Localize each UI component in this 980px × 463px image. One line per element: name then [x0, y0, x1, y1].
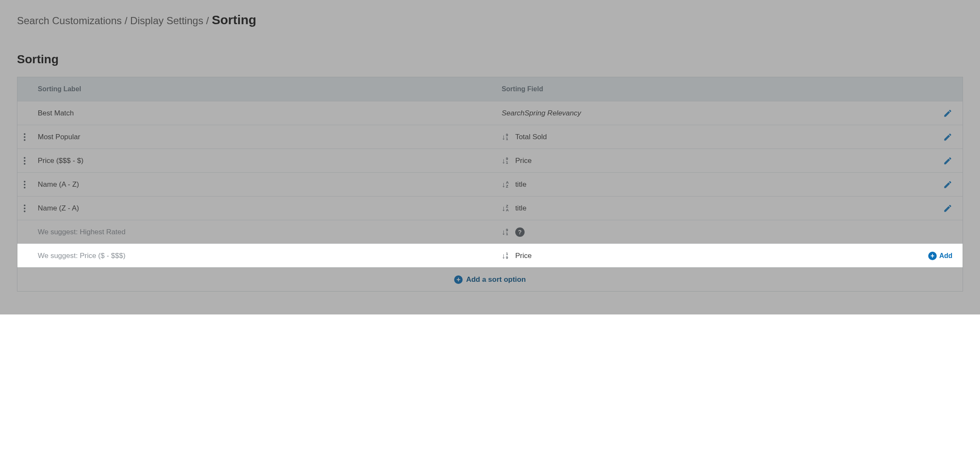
drag-handle-icon[interactable] [24, 181, 25, 188]
sort-direction-icon: ↓91 [502, 228, 511, 236]
table-row: Price ($$$ - $)↓91Price [17, 149, 963, 172]
table-header-row: Sorting Label Sorting Field [17, 77, 963, 101]
sort-direction-icon: ↓91 [502, 157, 511, 165]
edit-icon[interactable] [943, 204, 952, 213]
table-row: We suggest: Price ($ - $$$)↓19Price+Add [17, 244, 963, 267]
sorting-field: title [515, 180, 526, 189]
sorting-label: We suggest: Price ($ - $$$) [38, 252, 126, 260]
edit-icon[interactable] [943, 156, 952, 166]
edit-icon[interactable] [943, 109, 952, 118]
col-header-field: Sorting Field [502, 85, 924, 93]
sorting-label: Name (Z - A) [38, 204, 79, 213]
sorting-field: Total Sold [515, 133, 547, 141]
sorting-label: Name (A - Z) [38, 180, 79, 189]
table-row: Most Popular↓91Total Sold [17, 125, 963, 149]
add-label: Add [939, 252, 952, 260]
plus-circle-icon: + [454, 275, 463, 284]
table-row: Best MatchSearchSpring Relevancy [17, 101, 963, 125]
add-sort-option-label: Add a sort option [466, 275, 526, 284]
page-title: Sorting [17, 53, 963, 66]
edit-icon[interactable] [943, 180, 952, 189]
sorting-field: title [515, 204, 526, 213]
sorting-label: Most Popular [38, 133, 80, 141]
sorting-field: Price [515, 252, 532, 260]
drag-handle-icon[interactable] [24, 205, 25, 212]
breadcrumb-sep: / [206, 15, 212, 26]
sorting-table: Sorting Label Sorting Field Best MatchSe… [17, 77, 963, 292]
help-icon[interactable]: ? [515, 227, 525, 237]
sorting-label: Price ($$$ - $) [38, 157, 84, 165]
sorting-label: We suggest: Highest Rated [38, 228, 126, 236]
sorting-field: Price [515, 157, 532, 165]
sort-direction-icon: ↓ZA [502, 205, 511, 212]
sort-direction-icon: ↓AZ [502, 181, 511, 188]
breadcrumb-part-1[interactable]: Search Customizations [17, 15, 122, 26]
sorting-field: SearchSpring Relevancy [502, 109, 581, 118]
sort-direction-icon: ↓91 [502, 133, 511, 141]
add-sort-option-row[interactable]: + Add a sort option [17, 267, 963, 291]
add-suggestion-button[interactable]: +Add [928, 252, 952, 260]
breadcrumb-sep: / [124, 15, 130, 26]
drag-handle-icon[interactable] [24, 157, 25, 165]
edit-icon[interactable] [943, 132, 952, 142]
sort-direction-icon: ↓19 [502, 252, 511, 260]
breadcrumb-part-2[interactable]: Display Settings [130, 15, 203, 26]
table-row: Name (Z - A)↓ZAtitle [17, 196, 963, 220]
breadcrumb-current: Sorting [212, 13, 256, 27]
drag-handle-icon[interactable] [24, 133, 25, 141]
col-header-label: Sorting Label [32, 85, 502, 93]
table-row: We suggest: Highest Rated↓91? [17, 220, 963, 244]
table-row: Name (A - Z)↓AZtitle [17, 172, 963, 196]
plus-circle-icon: + [928, 252, 937, 260]
sorting-label: Best Match [38, 109, 74, 118]
breadcrumb: Search Customizations / Display Settings… [17, 13, 963, 27]
